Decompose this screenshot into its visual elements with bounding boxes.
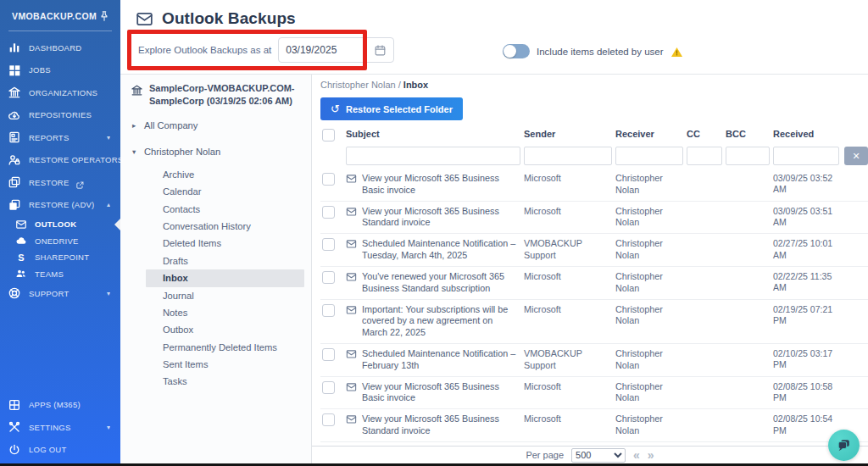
cell-sender: VMOBACKUP Support bbox=[524, 348, 612, 372]
tree-folder-deleted-items[interactable]: Deleted Items bbox=[120, 235, 311, 252]
sidebar-item-log-out[interactable]: LOG OUT bbox=[0, 439, 120, 462]
sidebar-item-apps-m365[interactable]: APPS (M365) bbox=[0, 394, 120, 417]
title-row: Outlook Backups bbox=[120, 0, 868, 28]
tree-folder-outbox[interactable]: Outbox bbox=[120, 321, 311, 338]
sidebar-item-support[interactable]: SUPPORT▾ bbox=[0, 282, 120, 305]
sidebar-item-restore[interactable]: RESTORE bbox=[0, 171, 120, 194]
row-checkbox[interactable] bbox=[322, 348, 335, 361]
table-body: View your Microsoft 365 Business Basic i… bbox=[320, 169, 868, 455]
row-checkbox[interactable] bbox=[322, 173, 335, 186]
outlook-backups-icon bbox=[136, 10, 153, 28]
jobs-icon bbox=[8, 64, 21, 77]
subject-text: Important: Your subscriptions will be co… bbox=[362, 304, 520, 339]
filter-input-subject[interactable] bbox=[346, 147, 520, 165]
chat-bubbles-icon bbox=[836, 437, 852, 453]
org-label: SampleCorp-VMOBACKUP.COM-SampleCorp (03/… bbox=[149, 82, 301, 108]
subject-text: View your Microsoft 365 Business Basic i… bbox=[362, 381, 520, 405]
email-icon bbox=[346, 305, 357, 314]
sidebar-item-organizations[interactable]: ORGANIZATIONS bbox=[0, 81, 120, 104]
sidebar-item-label: RESTORE (ADV) bbox=[29, 200, 95, 209]
sidebar-item-jobs[interactable]: JOBS bbox=[0, 59, 120, 82]
teams-icon bbox=[15, 268, 27, 280]
tree-folder-conversation-history[interactable]: Conversation History bbox=[120, 218, 311, 235]
tree-folder-tasks[interactable]: Tasks bbox=[120, 373, 311, 390]
filter-input-cc[interactable] bbox=[687, 147, 722, 165]
backup-date-input[interactable] bbox=[286, 44, 370, 56]
backup-date-field[interactable] bbox=[278, 37, 394, 63]
row-checkbox[interactable] bbox=[322, 413, 335, 426]
tree-org-node[interactable]: SampleCorp-VMOBACKUP.COM-SampleCorp (03/… bbox=[120, 82, 311, 108]
prev-page-icon[interactable]: « bbox=[633, 449, 640, 461]
email-icon bbox=[346, 272, 357, 281]
pagination-bar: Per page 500 « » bbox=[312, 446, 868, 463]
pin-icon[interactable] bbox=[98, 10, 110, 22]
chat-widget-button[interactable] bbox=[828, 430, 860, 461]
sidebar-item-restore-adv[interactable]: RESTORE (ADV)▴ bbox=[0, 194, 120, 217]
table-row[interactable]: View your Microsoft 365 Business Standar… bbox=[320, 409, 868, 442]
sidebar-restore-adv-children: OUTLOOKONEDRIVESSHAREPOINTTEAMS bbox=[0, 216, 120, 282]
calendar-icon[interactable] bbox=[374, 44, 387, 57]
table-row[interactable]: View your Microsoft 365 Business Standar… bbox=[320, 202, 868, 235]
table-row[interactable]: You've renewed your Microsoft 365 Busine… bbox=[320, 267, 868, 300]
email-icon bbox=[346, 414, 357, 424]
breadcrumb: Christopher Nolan / Inbox bbox=[320, 80, 868, 90]
row-checkbox[interactable] bbox=[322, 238, 335, 251]
sidebar-divider bbox=[8, 31, 112, 31]
filter-cell-receiver bbox=[615, 147, 683, 165]
cell-subject: Scheduled Maintenance Notification – Tue… bbox=[346, 238, 520, 262]
sidebar-item-label: REPOSITORIES bbox=[29, 110, 92, 119]
row-checkbox[interactable] bbox=[322, 206, 335, 219]
sharepoint-icon: S bbox=[15, 252, 27, 264]
cell-received: 03/09/25 03:52 AM bbox=[773, 173, 839, 196]
per-page-select[interactable]: 500 bbox=[571, 448, 626, 463]
filter-input-receiver[interactable] bbox=[615, 147, 683, 165]
filter-input-bcc[interactable] bbox=[726, 147, 770, 165]
table-row[interactable]: Important: Your subscriptions will be co… bbox=[320, 300, 868, 344]
sidebar-item-repositories[interactable]: REPOSITORIES bbox=[0, 104, 120, 127]
clear-filters-button[interactable]: ✕ bbox=[844, 147, 868, 165]
row-checkbox[interactable] bbox=[322, 381, 335, 394]
tree-folder-sent-items[interactable]: Sent Items bbox=[120, 356, 311, 373]
breadcrumb-user[interactable]: Christopher Nolan bbox=[320, 80, 396, 90]
sidebar-subitem-label: OUTLOOK bbox=[35, 219, 76, 229]
sidebar-subitem-onedrive[interactable]: ONEDRIVE bbox=[0, 233, 120, 250]
include-deleted-toggle[interactable] bbox=[503, 44, 530, 58]
sidebar-item-settings[interactable]: SETTINGS▾ bbox=[0, 416, 120, 439]
tree-folder-drafts[interactable]: Drafts bbox=[120, 252, 311, 269]
row-checkbox[interactable] bbox=[322, 304, 335, 317]
sidebar-subitem-sharepoint[interactable]: SSHAREPOINT bbox=[0, 249, 120, 266]
tree-folder-calendar[interactable]: Calendar bbox=[120, 183, 311, 200]
table-row[interactable]: Scheduled Maintenance Notification – Tue… bbox=[320, 234, 868, 267]
tree-node-all-company[interactable]: ▸ All Company bbox=[120, 116, 311, 135]
column-header-bcc: BCC bbox=[726, 129, 770, 139]
tree-node-user[interactable]: ▾ Christopher Nolan bbox=[120, 142, 311, 161]
row-checkbox[interactable] bbox=[322, 271, 335, 284]
sidebar-item-dashboard[interactable]: DASHBOARD bbox=[0, 36, 120, 59]
sidebar-item-restore-operators[interactable]: RESTORE OPERATORS bbox=[0, 149, 120, 172]
tree-folder-permanently-deleted-items[interactable]: Permanently Deleted Items bbox=[120, 339, 311, 356]
table-row[interactable]: Scheduled Maintenance Notification – Feb… bbox=[320, 344, 868, 377]
sidebar-subitem-teams[interactable]: TEAMS bbox=[0, 266, 120, 283]
subject-text: Scheduled Maintenance Notification – Tue… bbox=[362, 238, 520, 262]
restore-adv-icon bbox=[8, 198, 21, 212]
filter-input-sender[interactable] bbox=[524, 147, 612, 165]
filter-cell-cc bbox=[687, 147, 722, 165]
table-row[interactable]: View your Microsoft 365 Business Basic i… bbox=[320, 377, 868, 410]
sidebar-item-reports[interactable]: REPORTS▾ bbox=[0, 126, 120, 149]
next-page-icon[interactable]: » bbox=[648, 449, 654, 461]
filter-input-received[interactable] bbox=[773, 147, 839, 165]
restore-selected-folder-button[interactable]: ↺ Restore Selected Folder bbox=[320, 97, 463, 120]
tree-folder-contacts[interactable]: Contacts bbox=[120, 201, 311, 218]
tree-folder-notes[interactable]: Notes bbox=[120, 304, 311, 321]
select-all-checkbox[interactable] bbox=[322, 129, 335, 141]
sidebar-item-label: DASHBOARD bbox=[29, 43, 81, 53]
cell-receiver: Christopher Nolan bbox=[615, 238, 683, 262]
warning-icon bbox=[670, 46, 683, 58]
tree-folder-inbox[interactable]: Inbox bbox=[146, 269, 304, 286]
tree-folder-archive[interactable]: Archive bbox=[120, 166, 311, 183]
table-row[interactable]: View your Microsoft 365 Business Basic i… bbox=[320, 169, 868, 202]
tree-folder-journal[interactable]: Journal bbox=[120, 287, 311, 304]
sidebar-subitem-outlook[interactable]: OUTLOOK bbox=[0, 216, 120, 233]
explore-row: Explore Outlook Backups as at bbox=[138, 37, 394, 63]
filter-cell-bcc bbox=[726, 147, 770, 165]
